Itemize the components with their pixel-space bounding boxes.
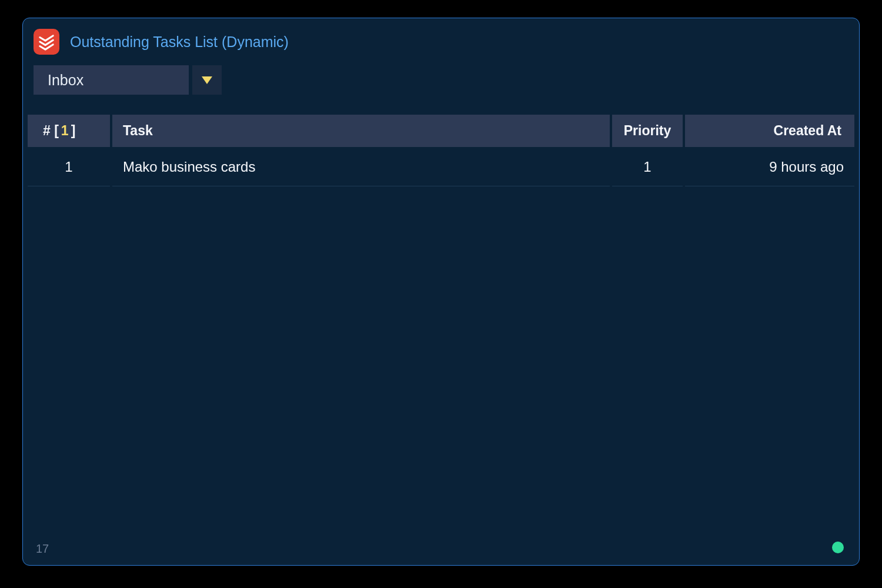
count-suffix: ] (71, 123, 76, 138)
panel-header: Outstanding Tasks List (Dynamic) (23, 29, 859, 55)
tasks-table: # [1] Task Priority Created At 1Mako bus… (25, 115, 857, 186)
cell-task-name: Mako business cards (112, 147, 610, 186)
tasks-panel: Outstanding Tasks List (Dynamic) Inbox #… (22, 18, 860, 566)
cell-row-number: 1 (28, 147, 110, 186)
count-prefix: # [ (43, 123, 59, 138)
table-header-row: # [1] Task Priority Created At (28, 115, 854, 147)
project-select-value: Inbox (48, 72, 83, 89)
status-indicator (832, 542, 844, 553)
project-select[interactable]: Inbox (34, 65, 189, 95)
tasks-table-wrap: # [1] Task Priority Created At 1Mako bus… (23, 95, 859, 186)
chevron-down-icon (202, 76, 212, 84)
column-header-priority[interactable]: Priority (612, 115, 683, 147)
project-select-toggle[interactable] (192, 65, 222, 95)
filter-row: Inbox (23, 55, 859, 95)
cell-priority: 1 (612, 147, 683, 186)
footer-page-number: 17 (36, 542, 49, 556)
panel-title: Outstanding Tasks List (Dynamic) (70, 34, 289, 51)
cell-created-at: 9 hours ago (685, 147, 854, 186)
column-header-task[interactable]: Task (112, 115, 610, 147)
column-header-count[interactable]: # [1] (28, 115, 110, 147)
column-header-created[interactable]: Created At (685, 115, 854, 147)
table-row[interactable]: 1Mako business cards19 hours ago (28, 147, 854, 186)
task-count: 1 (59, 123, 71, 138)
todoist-icon (34, 29, 59, 55)
